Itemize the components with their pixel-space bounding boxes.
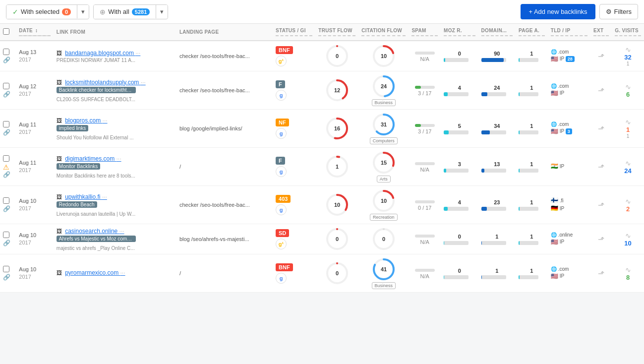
landing-cell: / [176, 148, 273, 186]
domain-bar [481, 207, 487, 211]
moz-bar-container [444, 130, 468, 134]
domain-cell: 1 [478, 224, 516, 254]
visits-cell: ∿ 10 [612, 224, 644, 254]
g-icon: g [276, 166, 287, 177]
link-domain[interactable]: blogpros.com ··· [65, 117, 107, 124]
tld-ip-text: IP 3 [560, 128, 572, 134]
moz-value: 0 [444, 51, 475, 57]
category-badge: Computers [370, 137, 398, 144]
gauge-svg: 0 [325, 227, 349, 251]
filters-button[interactable]: ⚙ Filters [599, 4, 638, 19]
page-bar [519, 130, 520, 134]
visits-cell: ∿ 8 [612, 254, 644, 293]
link-domain[interactable]: pyromarmexico.com ··· [65, 269, 125, 276]
spam-value: N/A [411, 56, 438, 62]
link-icon-cell: 🔗 [3, 91, 13, 98]
citation-gauge-svg: 0 [372, 227, 396, 251]
svg-text:31: 31 [381, 121, 387, 127]
page-value: 1 [519, 199, 545, 205]
domain-bar [481, 275, 482, 279]
with-selected-button[interactable]: ✓ With selected 0 [6, 5, 77, 19]
landing-path: checker /seo-tools/free-bac... [179, 53, 250, 59]
date-year: 2017 [19, 128, 50, 136]
with-selected-arrow[interactable]: ▾ [77, 5, 89, 18]
gauge-svg: 1 [325, 155, 349, 179]
with-selected-group[interactable]: ✓ With selected 0 ▾ [6, 4, 89, 19]
tld-cell: 🌐.com 🇺🇸IP [548, 254, 590, 293]
citation-cell: 10 Recreation [358, 186, 409, 224]
row-checkbox[interactable] [3, 49, 9, 55]
select-all-checkbox[interactable] [3, 28, 9, 35]
category-badge: Recreation [370, 214, 398, 221]
row-checkbox[interactable] [3, 232, 9, 238]
row-checkbox[interactable] [3, 121, 9, 127]
visits-cell: ∿ 24 [612, 148, 644, 186]
domain-value: 1 [481, 268, 513, 274]
ext-cell: ⬏ [590, 110, 612, 148]
date-main: Aug 10 [19, 232, 50, 239]
col-ext-header: EXT [590, 24, 612, 41]
status-badge: 403 [276, 195, 291, 203]
link-domain[interactable]: bandarnaga.blogspot.com ··· [65, 50, 140, 57]
link-tag: Ahrefs vs Majestic vs Moz compared to M.… [57, 236, 136, 242]
date-year: 2017 [19, 167, 50, 174]
link-cell: 🖼 locksmithtoolandsupply.com ··· Backlin… [54, 71, 176, 110]
link-tag: Backlink checker for locksmithtoolan... [57, 87, 136, 93]
citation-cell: 10 [358, 41, 409, 71]
globe-icon: 🌐 [551, 83, 557, 89]
moz-value: 0 [444, 234, 475, 240]
landing-cell: / [176, 254, 273, 293]
status-badge: BNF [276, 46, 293, 54]
g-icon: g [276, 273, 287, 284]
spam-cell: N/A [409, 224, 441, 254]
tld-cell: 🇫🇮.fi 🇩🇪IP [548, 186, 590, 224]
with-all-button[interactable]: ⊕ With all 5281 [94, 5, 156, 19]
tld-cell: 🌐.com 🇺🇸IP 3 [548, 110, 590, 148]
filters-icon: ⚙ [606, 8, 612, 15]
link-domain[interactable]: locksmithtoolandsupply.com ··· [65, 79, 146, 86]
spam-cell: N/A [409, 254, 441, 293]
ext-icon: ⬏ [598, 163, 604, 171]
with-all-arrow[interactable]: ▾ [156, 5, 168, 18]
flag-icon: 🇺🇸 [551, 128, 558, 135]
link-domain[interactable]: digimarktimes.com ··· [65, 155, 121, 162]
visits-chart-icon: ∿ [615, 232, 641, 240]
row-checkbox[interactable] [3, 83, 9, 89]
link-tag: implied links [57, 125, 88, 131]
tld-count-badge: 3 [566, 128, 572, 134]
moz-cell: 0 [441, 224, 478, 254]
tld-ip-text: IP 28 [560, 56, 575, 62]
date-cell: Aug 10 2017 [16, 254, 53, 293]
domain-cell: 34 [478, 110, 516, 148]
domain-bar-container [481, 58, 506, 62]
landing-path: blog /google/implied-links/ [179, 125, 242, 131]
page-bar-container [519, 130, 538, 134]
link-snippet: majestic vs ahrefs _Play Online C... [57, 245, 174, 251]
moz-value: 4 [444, 199, 475, 205]
favicon-icon: 🖼 [57, 50, 62, 56]
row-checkbox[interactable] [3, 266, 9, 272]
svg-text:0: 0 [336, 270, 339, 276]
col-date-header[interactable]: DATE ↕ [16, 24, 53, 41]
row-checkbox[interactable] [3, 197, 9, 204]
col-status-header: STATUS / GI [273, 24, 315, 41]
g-icon: g [276, 128, 287, 139]
citation-cell: 31 Computers [358, 110, 409, 148]
link-domain[interactable]: casinosearch.online ··· [65, 228, 124, 235]
moz-value: 4 [444, 85, 475, 91]
moz-bar [444, 169, 446, 173]
moz-bar-container [444, 169, 468, 173]
add-backlinks-button[interactable]: + Add new backlinks [521, 4, 595, 19]
visits-chart-icon: ∿ [615, 46, 641, 54]
status-badge: BNF [276, 263, 293, 271]
trust-cell: 0 [315, 254, 358, 293]
domain-bar [481, 130, 490, 134]
link-domain[interactable]: upwithkallio.fi ··· [65, 193, 107, 200]
with-all-group[interactable]: ⊕ With all 5281 ▾ [93, 4, 168, 19]
visits-value: 10 [615, 240, 641, 247]
status-cell: 403 g [273, 186, 315, 224]
domain-bar [481, 58, 504, 62]
col-link-header: LINK FROM [54, 24, 176, 41]
row-checkbox[interactable] [3, 155, 9, 162]
domain-bar-container [481, 207, 506, 211]
